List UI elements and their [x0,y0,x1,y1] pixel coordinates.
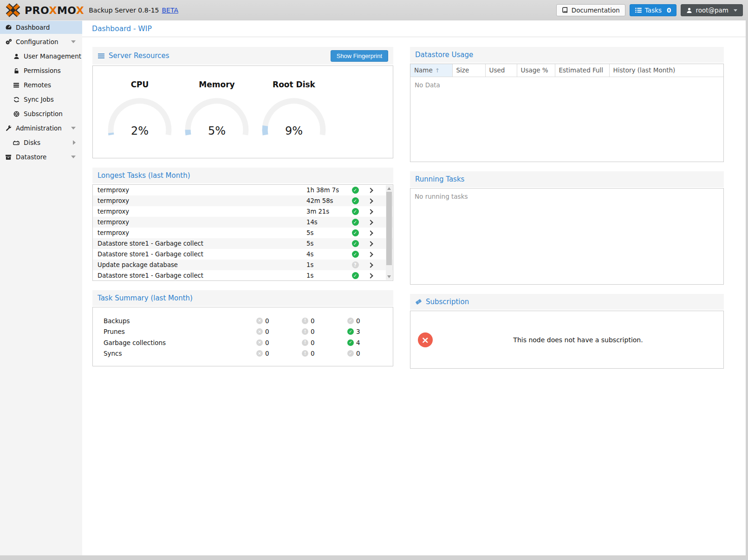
proxmox-logo-icon [5,3,21,17]
show-fingerprint-button[interactable]: Show Fingerprint [331,50,388,62]
status-ok-icon: ✓ [352,251,359,258]
user-icon [686,7,692,13]
error-count-icon: × [256,350,263,357]
sidebar-item-dashboard[interactable]: Dashboard [0,21,82,34]
documentation-button[interactable]: Documentation [556,4,625,16]
page-title: Dashboard - WIP [92,25,152,33]
error-count: 0 [265,350,269,357]
task-duration: 14s [306,219,348,226]
task-row[interactable]: termproxy42m 58s✓ [93,195,393,206]
task-summary-label: Syncs [93,350,256,357]
sidebar-item-remotes[interactable]: Remotes [0,78,82,91]
ok-count: 3 [356,328,360,335]
chevron-right-icon[interactable] [73,140,76,145]
warning-count: 0 [311,317,315,325]
chevron-down-icon[interactable] [71,40,76,43]
task-name: termproxy [93,229,306,236]
chevron-down-icon [734,9,737,12]
ok-count-icon: ✓ [347,339,354,346]
datastore-usage-table: Name↑ Size Used Usage % Estimated Full H… [410,64,723,77]
longest-tasks-list: termproxy1h 38m 7s✓termproxy42m 58s✓term… [93,185,393,280]
unlock-icon [13,68,20,74]
warning-count-icon: ! [302,339,308,346]
chevron-right-icon[interactable] [368,230,373,235]
column-header-size[interactable]: Size [452,64,485,77]
chevron-right-icon[interactable] [368,209,373,214]
ok-count: 0 [356,317,360,325]
chevron-right-icon[interactable] [368,220,373,225]
task-summary-row: Garbage collections×0!0✓4 [93,337,393,348]
book-icon [562,7,568,13]
column-header-history[interactable]: History (last Month) [609,64,723,77]
task-row[interactable]: termproxy3m 21s✓ [93,206,393,217]
beta-link[interactable]: BETA [162,7,179,14]
running-tasks-panel: Running Tasks No running tasks [410,171,724,285]
column-header-name[interactable]: Name↑ [410,64,452,77]
ticket-icon [415,299,422,305]
user-icon [13,53,20,59]
task-row[interactable]: Update package database1s? [93,260,393,270]
chevron-right-icon[interactable] [368,198,373,203]
sidebar-item-user-management[interactable]: User Management [0,50,82,63]
task-summary-title: Task Summary (last Month) [98,294,193,302]
task-name: Datastore store1 - Garbage collect [93,240,306,247]
ok-count-icon: ✓ [347,350,354,357]
sidebar: Dashboard Configuration [0,20,82,555]
archive-box-icon [5,154,12,160]
server-icon [13,82,20,88]
column-header-used[interactable]: Used [485,64,517,77]
life-ring-icon [13,111,20,117]
task-row[interactable]: Datastore store1 - Garbage collect5s✓ [93,238,393,249]
user-menu-button[interactable]: root@pam [681,4,743,16]
error-count: 0 [265,317,269,325]
top-bar: PROXMOX Backup Server 0.8-15 BETA Docume… [0,0,748,20]
task-row[interactable]: Datastore store1 - Garbage collect4s✓ [93,249,393,260]
scroll-down-icon[interactable] [387,275,391,278]
sidebar-item-datastore[interactable]: Datastore [0,150,82,163]
task-name: termproxy [93,187,306,194]
status-ok-icon: ✓ [352,272,359,279]
sidebar-item-permissions[interactable]: Permissions [0,64,82,77]
sidebar-item-administration[interactable]: Administration [0,122,82,135]
status-ok-icon: ✓ [352,219,359,226]
task-row[interactable]: termproxy14s✓ [93,217,393,228]
warning-count-icon: ! [302,328,308,335]
server-resources-title: Server Resources [109,52,169,60]
sidebar-item-configuration[interactable]: Configuration [0,35,82,48]
chevron-right-icon[interactable] [368,252,373,257]
task-duration: 3m 21s [306,208,348,215]
task-duration: 4s [306,251,348,258]
scrollbar[interactable] [386,185,392,280]
server-resources-panel: Server Resources Show Fingerprint CPU [92,47,393,158]
column-header-estimated-full[interactable]: Estimated Full [555,64,609,77]
wrench-icon [5,125,12,131]
chevron-right-icon[interactable] [368,262,373,267]
task-row[interactable]: Datastore store1 - Garbage collect1s✓ [93,270,393,280]
chevron-down-icon[interactable] [71,127,76,130]
task-row[interactable]: termproxy1h 38m 7s✓ [93,185,393,195]
task-row[interactable]: termproxy5s✓ [93,228,393,238]
running-tasks-empty-text: No running tasks [410,189,723,204]
error-count-icon: × [256,328,263,335]
subscription-panel: Subscription × This node does not have a… [410,294,724,369]
task-duration: 42m 58s [306,197,348,204]
chevron-down-icon[interactable] [71,156,76,158]
status-ok-icon: ✓ [352,240,359,247]
ok-count-icon: ✓ [347,318,354,324]
tasks-button[interactable]: Tasks 0 [630,4,677,16]
scrollbar-thumb[interactable] [386,192,392,265]
sidebar-item-disks[interactable]: Disks [0,136,82,149]
chevron-right-icon[interactable] [368,241,373,246]
scroll-up-icon[interactable] [387,187,391,190]
column-header-usage[interactable]: Usage % [517,64,555,77]
task-summary-panel: Task Summary (last Month) Backups×0!0✓0P… [92,290,393,366]
sidebar-item-subscription[interactable]: Subscription [0,107,82,120]
sync-refresh-icon [13,97,20,103]
sidebar-item-sync-jobs[interactable]: Sync Jobs [0,93,82,106]
gears-icon [5,39,12,45]
running-tasks-title: Running Tasks [415,175,464,183]
chevron-right-icon[interactable] [368,273,373,278]
task-name: Datastore store1 - Garbage collect [93,272,306,279]
chevron-right-icon[interactable] [368,188,373,193]
error-count: 0 [265,328,269,335]
